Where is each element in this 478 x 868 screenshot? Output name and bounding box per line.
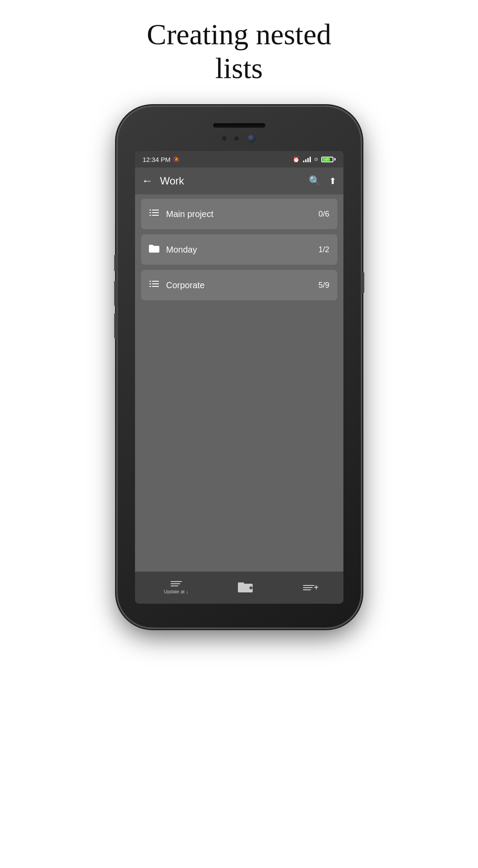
battery-icon: ⚡ <box>321 157 336 162</box>
status-time: 12:34 PM 🔕 <box>143 156 180 163</box>
svg-rect-1 <box>152 210 159 210</box>
sensor-dot-1 <box>222 136 227 141</box>
add-folder-button[interactable] <box>238 581 254 594</box>
wifi-icon: ⌾ <box>314 156 318 163</box>
volume-up-button <box>114 254 117 272</box>
signal-icon <box>303 156 311 162</box>
list-icon <box>149 280 159 290</box>
bottom-bar: Update at ↓ + <box>135 572 343 604</box>
svg-rect-7 <box>152 281 159 282</box>
sort-label: Update at ↓ <box>164 589 188 595</box>
volume-down-button <box>114 280 117 306</box>
status-icons: ⏰ ⌾ ⚡ <box>293 156 336 163</box>
svg-rect-4 <box>149 215 151 216</box>
item-label: Main project <box>166 209 319 219</box>
svg-rect-11 <box>152 286 159 287</box>
share-button[interactable]: ⬆ <box>329 176 336 186</box>
folder-icon <box>149 244 159 255</box>
svg-rect-0 <box>149 210 151 210</box>
svg-rect-10 <box>149 286 151 287</box>
sensor-dot-2 <box>234 136 239 141</box>
app-bar-actions: 🔍 ⬆ <box>309 175 336 187</box>
phone-screen: 12:34 PM 🔕 ⏰ ⌾ ⚡ <box>135 151 343 604</box>
list-item[interactable]: Corporate 5/9 <box>141 270 337 300</box>
list-item[interactable]: Main project 0/6 <box>141 199 337 229</box>
power-button <box>361 272 364 293</box>
sort-button[interactable]: Update at ↓ <box>164 581 188 595</box>
svg-rect-2 <box>149 212 151 213</box>
phone-mockup: 12:34 PM 🔕 ⏰ ⌾ ⚡ <box>118 107 361 628</box>
svg-rect-3 <box>152 212 159 213</box>
page-title: Creating nested lists <box>147 17 331 85</box>
item-label: Corporate <box>166 280 319 290</box>
back-button[interactable]: ← <box>142 175 153 187</box>
svg-rect-6 <box>149 281 151 282</box>
alarm-icon: ⏰ <box>293 156 300 163</box>
list-item[interactable]: Monday 1/2 <box>141 234 337 265</box>
speaker-grille <box>213 123 265 128</box>
svg-rect-5 <box>152 215 159 216</box>
app-bar: ← Work 🔍 ⬆ <box>135 168 343 194</box>
item-label: Monday <box>166 245 319 255</box>
front-camera <box>247 134 256 143</box>
item-count: 5/9 <box>318 281 329 290</box>
search-button[interactable]: 🔍 <box>309 175 320 187</box>
svg-rect-8 <box>149 283 151 284</box>
item-count: 0/6 <box>318 210 329 219</box>
status-bar: 12:34 PM 🔕 ⏰ ⌾ ⚡ <box>135 151 343 168</box>
camera-button <box>114 313 117 339</box>
svg-rect-9 <box>152 283 159 284</box>
add-list-button[interactable]: + <box>303 585 314 590</box>
svg-rect-13 <box>250 586 251 590</box>
app-bar-title: Work <box>160 175 309 187</box>
item-count: 1/2 <box>318 245 329 254</box>
list-content: Main project 0/6 Monday 1/2 <box>135 194 343 572</box>
list-icon <box>149 209 159 219</box>
sensors-row <box>222 134 256 143</box>
notification-icon: 🔕 <box>173 156 180 162</box>
